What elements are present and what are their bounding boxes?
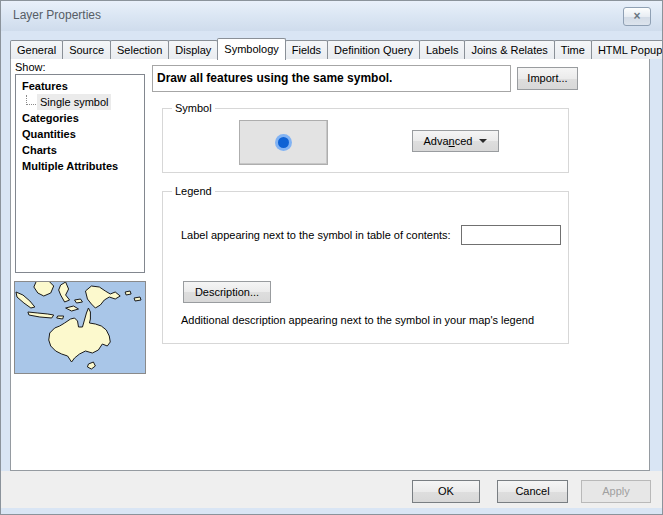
tab-joins-relates[interactable]: Joins & Relates	[464, 40, 554, 59]
legend-additional-text: Additional description appearing next to…	[181, 314, 534, 326]
title-bar[interactable]: Layer Properties ×	[1, 1, 662, 31]
tab-fields[interactable]: Fields	[285, 40, 328, 59]
legend-groupbox: Legend Label appearing next to the symbo…	[162, 191, 569, 344]
legend-label-input[interactable]	[461, 225, 561, 245]
tab-selection[interactable]: Selection	[110, 40, 169, 59]
tree-item-single-symbol[interactable]: Single symbol	[16, 94, 144, 110]
layer-properties-dialog: Layer Properties × General Source Select…	[0, 0, 663, 515]
tree-item-multiple-attributes[interactable]: Multiple Attributes	[16, 158, 144, 174]
tab-source[interactable]: Source	[62, 40, 111, 59]
tree-item-categories[interactable]: Categories	[16, 110, 144, 126]
draw-method-text: Draw all features using the same symbol.	[157, 71, 392, 85]
tab-general[interactable]: General	[10, 40, 63, 59]
legend-label-text: Label appearing next to the symbol in ta…	[181, 229, 451, 241]
close-icon: ×	[633, 9, 640, 23]
window-title: Layer Properties	[13, 8, 101, 22]
tree-item-quantities[interactable]: Quantities	[16, 126, 144, 142]
tab-html-popup[interactable]: HTML Popup	[591, 40, 663, 59]
map-preview	[14, 281, 146, 374]
tab-symbology[interactable]: Symbology	[217, 38, 285, 60]
advanced-label: Advanced	[424, 131, 473, 151]
blue-point-symbol-icon	[275, 134, 292, 151]
tree-item-charts[interactable]: Charts	[16, 142, 144, 158]
show-tree-listbox: Features Single symbol Categories Quanti…	[15, 74, 145, 273]
tab-labels[interactable]: Labels	[419, 40, 465, 59]
footer-button-bar: OK Cancel Apply	[1, 471, 662, 508]
tree-item-features[interactable]: Features	[16, 78, 144, 94]
cancel-button[interactable]: Cancel	[497, 480, 568, 503]
tree-connector-icon	[26, 95, 36, 105]
symbology-tab-page: Show: Features Single symbol Categories …	[10, 58, 650, 471]
symbol-well-button[interactable]	[239, 120, 328, 165]
symbol-group-title: Symbol	[172, 102, 215, 114]
legend-group-title: Legend	[172, 185, 215, 197]
apply-button[interactable]: Apply	[581, 480, 651, 503]
ok-button[interactable]: OK	[412, 480, 480, 503]
australia-map-image	[15, 282, 145, 373]
draw-method-header: Draw all features using the same symbol.	[152, 65, 511, 92]
chevron-down-icon	[479, 139, 487, 143]
close-button[interactable]: ×	[623, 7, 651, 26]
advanced-dropdown-button[interactable]: Advanced	[412, 130, 499, 152]
show-label: Show:	[15, 61, 46, 73]
symbol-groupbox: Symbol Advanced	[162, 108, 569, 173]
tab-display[interactable]: Display	[168, 40, 218, 59]
tab-definition-query[interactable]: Definition Query	[327, 40, 420, 59]
tab-strip: General Source Selection Display Symbolo…	[10, 38, 663, 59]
import-button[interactable]: Import...	[517, 67, 578, 90]
tab-time[interactable]: Time	[554, 40, 592, 59]
description-button[interactable]: Description...	[183, 281, 271, 303]
